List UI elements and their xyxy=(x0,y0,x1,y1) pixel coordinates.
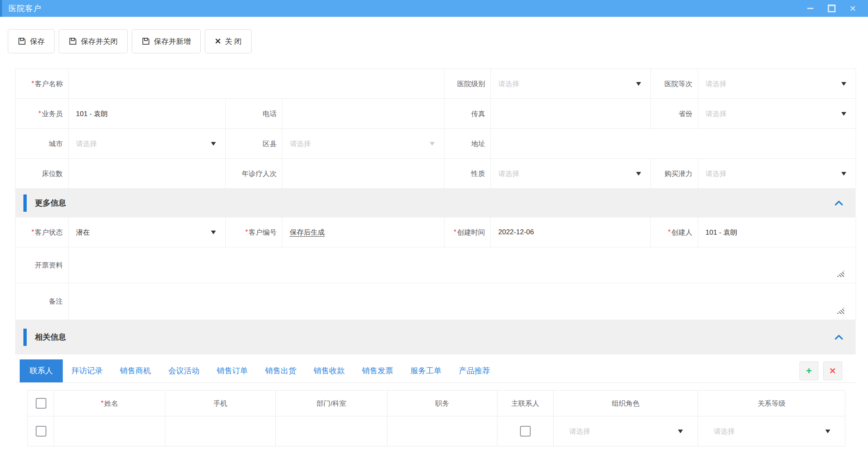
close-form-button-label: 关 闭 xyxy=(225,37,242,46)
primary-contact-cell xyxy=(497,416,554,446)
form-row-1: *客户名称 医院级别 请选择 医院等次 请选择 xyxy=(16,69,856,99)
city-select[interactable]: 请选择 xyxy=(69,129,226,159)
required-mark: * xyxy=(454,229,456,236)
bed-count-input[interactable] xyxy=(69,159,226,189)
city-label: 城市 xyxy=(16,129,69,159)
tab-sales-orders[interactable]: 销售订单 xyxy=(208,359,257,382)
section-accent-bar xyxy=(23,329,27,346)
dropdown-arrow-icon xyxy=(841,172,846,176)
generated-after-save-text: 保存后生成 xyxy=(290,228,325,237)
tab-visit-records[interactable]: 拜访记录 xyxy=(63,359,111,382)
creator-input[interactable]: 101 - 袁朗 xyxy=(698,217,856,247)
hospital-level-label: 医院级别 xyxy=(444,69,491,99)
contact-name-cell[interactable] xyxy=(54,416,165,446)
nature-select[interactable]: 请选择 xyxy=(491,159,651,189)
hospital-level-select[interactable]: 请选择 xyxy=(491,69,651,99)
resize-grip-icon[interactable] xyxy=(836,307,844,314)
create-time-input[interactable]: 2022-12-06 xyxy=(491,217,651,247)
form-row-invoice: 开票资料 xyxy=(16,247,856,283)
save-and-close-button-label: 保存并关闭 xyxy=(81,37,118,46)
minimize-icon[interactable] xyxy=(806,4,815,13)
more-info-form: *客户状态 潜在 *客户编号 保存后生成 *创建时间 2022-12-06 *创… xyxy=(15,217,856,320)
save-and-new-button-label: 保存并新增 xyxy=(154,37,191,46)
resize-grip-icon[interactable] xyxy=(836,270,844,277)
titlebar-edge xyxy=(0,0,2,17)
dropdown-arrow-icon xyxy=(430,142,435,146)
province-select[interactable]: 请选择 xyxy=(698,99,856,129)
collapse-up-icon[interactable] xyxy=(834,334,843,340)
window-titlebar: 医院客户 ✕ xyxy=(0,0,868,17)
relation-grade-select[interactable]: 请选择 xyxy=(698,416,845,446)
fax-label: 传真 xyxy=(444,99,491,129)
section-more-info-header: 更多信息 xyxy=(15,189,856,217)
close-icon[interactable]: ✕ xyxy=(848,4,857,13)
primary-contact-column-header: 主联系人 xyxy=(497,391,554,416)
select-all-checkbox[interactable] xyxy=(36,398,46,409)
delete-row-button[interactable]: ✕ xyxy=(823,361,842,380)
customer-status-label: *客户状态 xyxy=(16,217,69,247)
bed-count-label: 床位数 xyxy=(16,159,69,189)
tab-sales-receipts[interactable]: 销售收款 xyxy=(305,359,353,382)
district-select[interactable]: 请选择 xyxy=(282,129,444,159)
close-form-button[interactable]: ✕ 关 闭 xyxy=(205,29,252,53)
remark-label: 备注 xyxy=(16,283,69,320)
row-select-cell xyxy=(28,416,54,446)
add-row-button[interactable]: + xyxy=(799,361,818,380)
invoice-info-label: 开票资料 xyxy=(16,247,69,283)
form-row-remark: 备注 xyxy=(16,283,856,320)
contact-department-cell[interactable] xyxy=(276,416,387,446)
tab-product-recommendations[interactable]: 产品推荐 xyxy=(450,359,499,382)
fax-input[interactable] xyxy=(491,99,651,129)
customer-name-input[interactable] xyxy=(69,69,444,99)
dropdown-arrow-icon xyxy=(636,172,641,176)
annual-visits-label: 年诊疗人次 xyxy=(226,159,282,189)
primary-contact-checkbox[interactable] xyxy=(520,426,531,437)
tab-contacts[interactable]: 联系人 xyxy=(20,359,63,382)
tab-service-orders[interactable]: 服务工单 xyxy=(402,359,450,382)
department-column-header: 部门/科室 xyxy=(276,391,387,416)
save-and-close-button[interactable]: 保存并关闭 xyxy=(59,29,128,53)
save-button[interactable]: 保存 xyxy=(8,29,55,53)
save-and-new-button[interactable]: 保存并新增 xyxy=(132,29,201,53)
phone-input[interactable] xyxy=(282,99,444,129)
tab-sales-shipments[interactable]: 销售出货 xyxy=(257,359,305,382)
save-icon xyxy=(18,37,26,46)
window-controls: ✕ xyxy=(806,4,868,13)
nature-label: 性质 xyxy=(444,159,491,189)
dropdown-arrow-icon xyxy=(825,430,830,433)
dropdown-arrow-icon xyxy=(211,231,216,234)
save-icon xyxy=(69,37,77,46)
hospital-grade-label: 医院等次 xyxy=(651,69,698,99)
related-tabs: 联系人 拜访记录 销售商机 会议活动 销售订单 销售出货 销售收款 销售发票 服… xyxy=(15,359,856,383)
buying-potential-select[interactable]: 请选择 xyxy=(698,159,856,189)
maximize-icon[interactable] xyxy=(827,4,836,13)
customer-name-label: *客户名称 xyxy=(16,69,69,99)
section-related-info-header: 相关信息 xyxy=(15,320,856,354)
dropdown-arrow-icon xyxy=(211,142,216,146)
form-row-2: *业务员 101 - 袁朗 电话 传真 省份 请选择 xyxy=(16,99,856,129)
form-row-5: *客户状态 潜在 *客户编号 保存后生成 *创建时间 2022-12-06 *创… xyxy=(16,217,856,247)
contact-mobile-cell[interactable] xyxy=(165,416,276,446)
tab-sales-opportunities[interactable]: 销售商机 xyxy=(111,359,160,382)
salesman-label: *业务员 xyxy=(16,99,69,129)
tab-sales-invoices[interactable]: 销售发票 xyxy=(353,359,402,382)
salesman-input[interactable]: 101 - 袁朗 xyxy=(69,99,226,129)
buying-potential-label: 购买潜力 xyxy=(651,159,698,189)
hospital-grade-select[interactable]: 请选择 xyxy=(698,69,856,99)
contacts-table-row: 请选择 请选择 xyxy=(28,416,845,446)
collapse-up-icon[interactable] xyxy=(834,200,843,206)
contacts-table-header: *姓名 手机 部门/科室 职务 主联系人 组织角色 关系等级 xyxy=(28,391,845,416)
section-title: 更多信息 xyxy=(35,198,66,208)
remark-textarea[interactable] xyxy=(69,283,856,320)
address-input[interactable] xyxy=(491,129,856,159)
contact-position-cell[interactable] xyxy=(387,416,497,446)
name-column-header: *姓名 xyxy=(54,391,165,416)
tab-meeting-activities[interactable]: 会议活动 xyxy=(160,359,208,382)
org-role-select[interactable]: 请选择 xyxy=(554,416,698,446)
annual-visits-input[interactable] xyxy=(282,159,444,189)
customer-no-field: 保存后生成 xyxy=(282,217,444,247)
invoice-info-textarea[interactable] xyxy=(69,247,856,283)
row-checkbox[interactable] xyxy=(36,426,46,437)
tab-actions: + ✕ xyxy=(799,361,856,380)
customer-status-select[interactable]: 潜在 xyxy=(69,217,226,247)
